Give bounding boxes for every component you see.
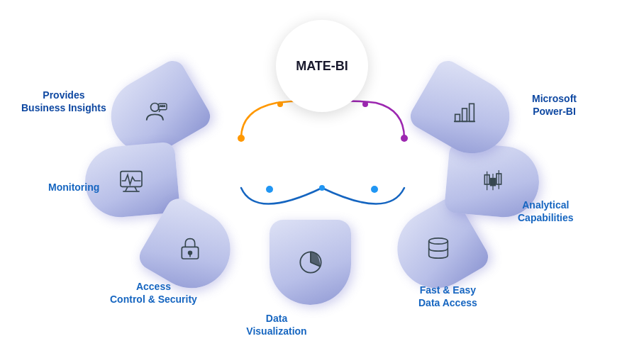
- candlestick-icon: [479, 167, 507, 195]
- label-fast-easy-data-access: Fast & Easy Data Access: [418, 284, 477, 309]
- svg-point-6: [371, 186, 378, 193]
- svg-point-1: [277, 101, 283, 107]
- pie-chart-icon: [295, 247, 326, 278]
- label-monitoring: Monitoring: [48, 181, 99, 194]
- center-label: MATE-BI: [296, 59, 348, 74]
- svg-rect-27: [491, 179, 496, 186]
- center-circle: MATE-BI: [276, 20, 368, 112]
- svg-point-10: [160, 105, 162, 106]
- svg-line-14: [126, 186, 128, 191]
- svg-point-11: [162, 105, 163, 106]
- svg-point-23: [428, 238, 448, 244]
- label-microsoft-power-bi: Microsoft Power-BI: [532, 92, 577, 118]
- icon-wrap-provides: [110, 74, 202, 149]
- icon-wrap-microsoft: [418, 74, 511, 149]
- svg-point-3: [362, 101, 368, 107]
- svg-point-5: [319, 185, 325, 191]
- bar-chart-icon: [450, 98, 479, 126]
- svg-point-0: [238, 135, 245, 142]
- icon-wrap-fast-easy: [397, 209, 479, 287]
- label-data-visualization: Data Visualization: [246, 312, 306, 337]
- icon-wrap-access: [149, 209, 231, 287]
- lock-icon: [176, 234, 204, 262]
- svg-point-2: [401, 135, 408, 142]
- database-icon: [424, 234, 453, 262]
- label-provides-business-insights: Provides Business Insights: [21, 89, 106, 114]
- svg-point-4: [266, 186, 273, 193]
- label-analytical-capabilities: Analytical Capabilities: [518, 199, 574, 224]
- svg-point-12: [164, 105, 165, 106]
- icon-wrap-data-viz: [270, 220, 351, 305]
- svg-line-15: [135, 186, 137, 191]
- petal-data-visualization: [270, 220, 351, 305]
- svg-rect-31: [462, 108, 467, 121]
- monitor-pulse-icon: [117, 167, 145, 195]
- chat-user-icon: [142, 98, 170, 126]
- label-access-control-security: Access Control & Security: [110, 280, 197, 306]
- svg-rect-32: [470, 104, 474, 121]
- diagram-container: MATE-BI: [0, 0, 644, 363]
- svg-point-18: [188, 251, 191, 255]
- svg-rect-30: [455, 114, 460, 121]
- svg-point-7: [151, 103, 160, 111]
